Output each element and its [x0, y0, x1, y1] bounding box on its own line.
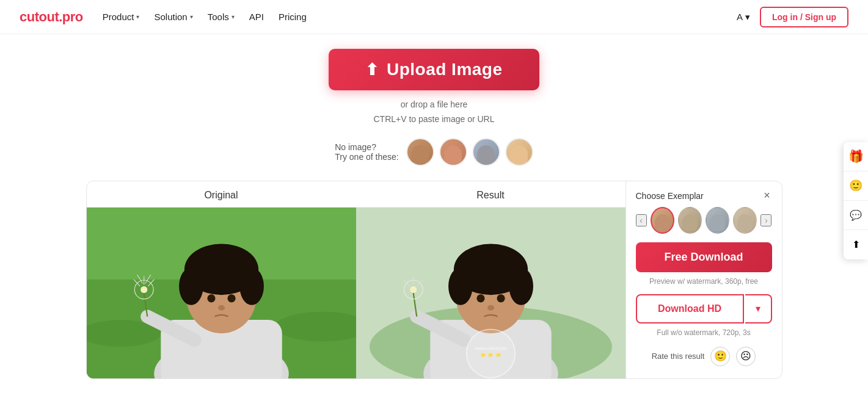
sample-thumb-3[interactable]	[472, 138, 500, 166]
result-title: Result	[356, 181, 625, 208]
sample-thumb-1[interactable]	[406, 138, 434, 166]
sample-thumb-2[interactable]	[439, 138, 467, 166]
exemplar-next-button[interactable]: ›	[760, 214, 771, 226]
svg-point-30	[448, 267, 473, 305]
svg-point-33	[497, 294, 505, 302]
nav-links: Product ▾ Solution ▾ Tools ▾ API Pricing	[103, 12, 307, 22]
close-button[interactable]: ×	[760, 189, 775, 203]
nav-pricing[interactable]: Pricing	[279, 12, 307, 22]
sample-thumb-4[interactable]	[505, 138, 533, 166]
original-title: Original	[87, 181, 356, 208]
svg-point-13	[227, 294, 235, 302]
preview-area: Original	[86, 181, 782, 379]
exemplar-thumb-1[interactable]	[651, 207, 674, 234]
exemplar-prev-button[interactable]: ‹	[636, 214, 647, 226]
svg-point-12	[207, 294, 215, 302]
solution-chevron-icon: ▾	[190, 13, 193, 20]
panel-result: Result	[356, 181, 625, 378]
svg-point-32	[476, 294, 484, 302]
svg-text:⭐ ⭐ ⭐: ⭐ ⭐ ⭐	[480, 351, 501, 357]
svg-point-10	[179, 267, 203, 305]
panel-original: Original	[87, 181, 356, 378]
svg-text:www.cutout.pro: www.cutout.pro	[474, 345, 507, 350]
nav-product[interactable]: Product ▾	[103, 12, 140, 22]
gift-icon: 🎁	[848, 149, 864, 164]
upload-label: Upload Image	[387, 60, 503, 79]
free-download-button[interactable]: Free Download	[636, 242, 772, 272]
svg-point-37	[410, 286, 417, 293]
upload-icon: ⬆	[365, 60, 379, 79]
language-button[interactable]: A ▾	[737, 12, 750, 23]
original-image-svg	[87, 208, 356, 378]
navbar: cutout.pro Product ▾ Solution ▾ Tools ▾ …	[0, 0, 868, 34]
hd-note: Full w/o watermark, 720p, 3s	[636, 328, 772, 337]
exemplar-thumb-4[interactable]	[733, 207, 757, 234]
svg-point-14	[217, 305, 224, 310]
rate-row: Rate this result 🙂 ☹	[636, 347, 772, 366]
nav-solution[interactable]: Solution ▾	[154, 12, 192, 22]
happy-face-icon: 🙂	[714, 350, 727, 363]
exemplar-thumb-3[interactable]	[706, 207, 729, 234]
logo-text-part1: cutout	[20, 9, 59, 24]
navbar-right: A ▾ Log in / Sign up	[737, 7, 848, 27]
nav-tools[interactable]: Tools ▾	[208, 12, 235, 22]
gift-button[interactable]: 🎁	[844, 142, 868, 172]
result-image-svg: www.cutout.pro ⭐ ⭐ ⭐	[356, 208, 625, 378]
sample-images-row: No image? Try one of these:	[335, 138, 533, 166]
nav-api[interactable]: API	[249, 12, 264, 22]
logo[interactable]: cutout.pro	[20, 9, 83, 25]
main-content: ⬆ Upload Image or drop a file here CTRL+…	[0, 34, 868, 379]
login-signup-button[interactable]: Log in / Sign up	[760, 7, 848, 27]
original-image	[87, 208, 356, 378]
exemplar-thumb-2[interactable]	[678, 207, 702, 234]
sad-face-icon: ☹	[740, 350, 751, 363]
download-hd-button[interactable]: Download HD	[636, 294, 744, 323]
preview-note: Preview w/ watermark, 360p, free	[636, 277, 772, 286]
svg-point-34	[487, 305, 494, 310]
navbar-left: cutout.pro Product ▾ Solution ▾ Tools ▾ …	[20, 9, 307, 25]
svg-point-17	[140, 286, 147, 293]
exemplar-row: ‹	[636, 207, 772, 234]
side-panel: × Choose Exemplar ‹	[625, 181, 782, 378]
svg-point-11	[239, 267, 264, 305]
logo-text-part2: pro	[62, 9, 83, 24]
product-chevron-icon: ▾	[136, 13, 139, 20]
result-image: www.cutout.pro ⭐ ⭐ ⭐	[356, 208, 625, 378]
chat-button[interactable]: 💬	[844, 201, 868, 230]
tools-chevron-icon: ▾	[232, 13, 235, 20]
rate-label: Rate this result	[652, 352, 705, 361]
scroll-top-icon: ⬆	[852, 239, 860, 250]
rate-sad-button[interactable]: ☹	[736, 347, 756, 366]
sample-thumbs	[406, 138, 533, 166]
drop-hint: or drop a file here CTRL+V to paste imag…	[373, 98, 494, 127]
avatar-button[interactable]: 🙂	[844, 172, 868, 201]
rate-happy-button[interactable]: 🙂	[710, 347, 730, 366]
sample-label: No image? Try one of these:	[335, 142, 399, 162]
lang-chevron-icon: ▾	[745, 12, 750, 23]
svg-point-31	[509, 267, 533, 305]
exemplar-title: Choose Exemplar	[636, 191, 772, 201]
float-sidebar: 🎁 🙂 💬 ⬆	[844, 142, 868, 259]
upload-image-button[interactable]: ⬆ Upload Image	[329, 49, 539, 90]
avatar-icon: 🙂	[849, 179, 863, 192]
download-hd-row: Download HD ▾	[636, 294, 772, 323]
scroll-top-button[interactable]: ⬆	[844, 230, 868, 259]
chat-icon: 💬	[850, 209, 862, 221]
download-hd-dropdown-button[interactable]: ▾	[745, 294, 772, 323]
